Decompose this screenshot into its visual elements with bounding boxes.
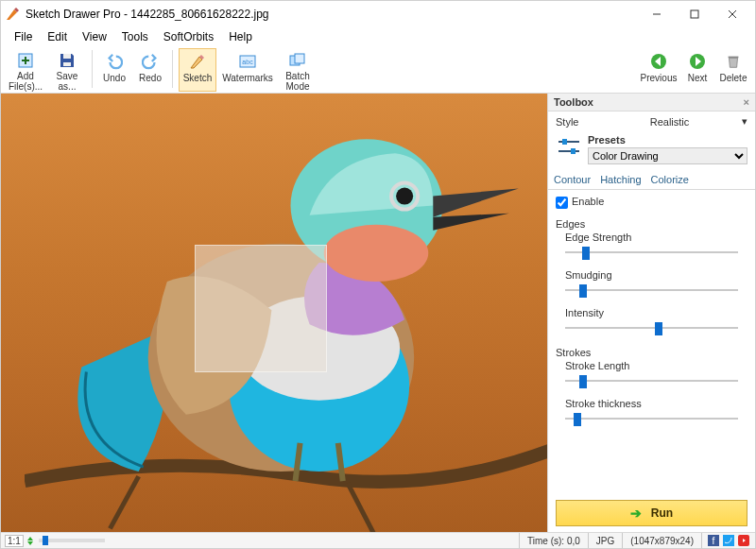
- twitter-icon[interactable]: [723, 535, 734, 546]
- zoom-value[interactable]: 1:1: [5, 535, 24, 547]
- zoom-down-icon[interactable]: [27, 541, 33, 545]
- undo-button[interactable]: Undo: [98, 48, 130, 92]
- tab-colorize[interactable]: Colorize: [651, 170, 689, 189]
- batch-mode-button[interactable]: Batch Mode: [279, 48, 317, 92]
- status-dims: (1047x879x24): [622, 533, 701, 549]
- menu-view[interactable]: View: [75, 28, 114, 45]
- menu-softorbits[interactable]: SoftOrbits: [156, 28, 221, 45]
- sketch-button[interactable]: Sketch: [179, 48, 216, 92]
- minimize-button[interactable]: [638, 1, 676, 27]
- zoom-slider[interactable]: [39, 539, 105, 542]
- play-icon: ➔: [630, 506, 642, 521]
- svg-text:abc: abc: [242, 59, 253, 65]
- svg-rect-24: [562, 139, 567, 145]
- zoom-stepper[interactable]: [27, 537, 33, 545]
- pencil-icon: [188, 51, 207, 72]
- svg-rect-1: [691, 10, 698, 18]
- main-toolbar: Add File(s)... Save as... Undo Redo Sket…: [1, 46, 755, 94]
- svg-text:f: f: [713, 536, 715, 546]
- status-bar: 1:1 Time (s): 0,0 JPG (1047x879x24) f: [1, 532, 755, 548]
- style-row[interactable]: Style Realistic ▾: [548, 112, 755, 131]
- svg-rect-8: [63, 62, 71, 66]
- close-button[interactable]: [713, 1, 751, 27]
- watermarks-button[interactable]: abc Watermarks: [220, 48, 275, 92]
- title-bar: Sketch Drawer Pro - 1442285_80661628222.…: [1, 1, 755, 27]
- edge-strength-slider[interactable]: [565, 245, 738, 260]
- status-format: JPG: [588, 533, 622, 549]
- image-canvas[interactable]: [1, 94, 547, 534]
- presets-icon: [556, 134, 582, 159]
- stroke-length-slider[interactable]: [565, 373, 738, 388]
- svg-point-20: [324, 225, 429, 282]
- stroke-thickness-slider[interactable]: [565, 411, 738, 426]
- trash-icon: [725, 51, 742, 72]
- undo-icon: [106, 51, 123, 72]
- svg-rect-29: [723, 535, 734, 546]
- presets-label: Presets: [588, 134, 747, 146]
- toolbox-tabs: Contour Hatching Colorize: [548, 170, 755, 190]
- add-files-button[interactable]: Add File(s)...: [7, 48, 44, 92]
- previous-button[interactable]: Previous: [640, 48, 678, 92]
- intensity-label: Intensity: [548, 305, 755, 318]
- smudging-label: Smudging: [548, 267, 755, 281]
- watermark-icon: abc: [238, 51, 257, 72]
- save-as-button[interactable]: Save as...: [48, 48, 86, 92]
- stroke-length-label: Stroke Length: [548, 358, 755, 371]
- intensity-slider[interactable]: [565, 320, 738, 335]
- menu-edit[interactable]: Edit: [40, 28, 75, 45]
- menu-file[interactable]: File: [7, 28, 40, 45]
- redo-icon: [142, 51, 159, 72]
- tab-hatching[interactable]: Hatching: [600, 170, 641, 189]
- sketch-preview-overlay: [195, 245, 327, 372]
- presets-select[interactable]: Color Drawing: [588, 147, 747, 164]
- batch-icon: [288, 51, 307, 70]
- strokes-group: Strokes: [548, 343, 755, 358]
- menu-bar: File Edit View Tools SoftOrbits Help: [1, 27, 755, 46]
- add-icon: [16, 51, 35, 70]
- zoom-up-icon[interactable]: [27, 537, 33, 540]
- svg-rect-7: [63, 54, 71, 59]
- svg-rect-15: [729, 57, 739, 59]
- save-icon: [58, 51, 77, 70]
- delete-button[interactable]: Delete: [717, 48, 749, 92]
- chevron-down-icon: ▾: [738, 115, 747, 128]
- style-label: Style: [556, 116, 601, 128]
- svg-point-21: [396, 187, 413, 204]
- svg-rect-26: [571, 148, 576, 154]
- edges-group: Edges: [548, 214, 755, 230]
- toolbox-close-icon[interactable]: ×: [744, 96, 749, 108]
- svg-rect-12: [295, 54, 304, 63]
- toolbox-title: Toolbox: [554, 96, 593, 108]
- style-value: Realistic: [601, 116, 738, 128]
- toolbox-header: Toolbox ×: [548, 94, 755, 112]
- menu-tools[interactable]: Tools: [114, 28, 156, 45]
- stroke-thickness-label: Stroke thickness: [548, 396, 755, 409]
- menu-help[interactable]: Help: [221, 28, 260, 45]
- youtube-icon[interactable]: [738, 535, 749, 546]
- run-button[interactable]: ➔ Run: [556, 500, 747, 526]
- content-area: Toolbox × Style Realistic ▾ Presets Colo…: [1, 94, 755, 534]
- window-title: Sketch Drawer Pro - 1442285_80661628222.…: [26, 8, 269, 21]
- tab-contour[interactable]: Contour: [554, 170, 591, 189]
- enable-checkbox[interactable]: Enable: [556, 196, 604, 207]
- facebook-icon[interactable]: f: [708, 535, 719, 546]
- edge-strength-label: Edge Strength: [548, 230, 755, 243]
- toolbox-panel: Toolbox × Style Realistic ▾ Presets Colo…: [547, 94, 755, 534]
- arrow-right-icon: [688, 51, 707, 72]
- smudging-slider[interactable]: [565, 283, 738, 298]
- maximize-button[interactable]: [676, 1, 713, 27]
- next-button[interactable]: Next: [681, 48, 713, 92]
- app-icon: [5, 7, 20, 22]
- social-links: f: [701, 533, 755, 549]
- arrow-left-icon: [649, 51, 668, 72]
- status-time: Time (s): 0,0: [519, 533, 588, 549]
- redo-button[interactable]: Redo: [134, 48, 166, 92]
